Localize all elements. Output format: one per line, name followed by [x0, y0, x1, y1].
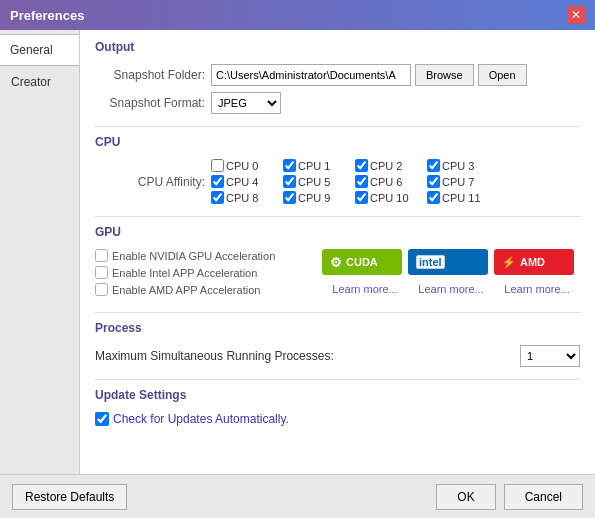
ok-button[interactable]: OK: [436, 484, 495, 510]
preferences-window: Preferences ✕ General Creator Output Sna…: [0, 0, 595, 518]
gpu-brand-buttons: ⚙ CUDA intel ⚡ AMD Le: [322, 249, 580, 300]
auto-update-checkbox[interactable]: [95, 412, 109, 426]
cpu7-label: CPU 7: [442, 176, 474, 188]
amd-icon: ⚡: [502, 256, 516, 269]
cpu8-item: CPU 8: [211, 191, 279, 204]
cpu-grid: CPU 0 CPU 1 CPU 2: [211, 159, 495, 204]
cpu-title: CPU: [95, 135, 580, 151]
cpu3-checkbox[interactable]: [427, 159, 440, 172]
cpu0-label: CPU 0: [226, 160, 258, 172]
cpu-row-1: CPU 4 CPU 5 CPU 6: [211, 175, 495, 188]
gpu-title: GPU: [95, 225, 580, 241]
main-content: Output Snapshot Folder: Browse Open Snap…: [80, 30, 595, 474]
amd-row: Enable AMD APP Acceleration: [95, 283, 302, 296]
learn-more-row: Learn more... Learn more... Learn more..…: [322, 283, 580, 295]
window-title: Preferences: [10, 8, 84, 23]
cpu7-item: CPU 7: [427, 175, 495, 188]
cpu6-checkbox[interactable]: [355, 175, 368, 188]
nvidia-row: Enable NVIDIA GPU Acceleration: [95, 249, 302, 262]
cpu-affinity-label: CPU Affinity:: [95, 175, 205, 189]
intel-icon: intel: [416, 255, 445, 269]
cpu0-item: CPU 0: [211, 159, 279, 172]
cpu7-checkbox[interactable]: [427, 175, 440, 188]
snapshot-format-select[interactable]: JPEG PNG BMP: [211, 92, 281, 114]
cpu-row-0: CPU 0 CPU 1 CPU 2: [211, 159, 495, 172]
sidebar-item-general[interactable]: General: [0, 34, 79, 66]
cpu11-checkbox[interactable]: [427, 191, 440, 204]
update-row: Check for Updates Automatically.: [95, 412, 580, 426]
cpu2-label: CPU 2: [370, 160, 402, 172]
amd-gpu-checkbox[interactable]: [95, 283, 108, 296]
nvidia-checkbox[interactable]: [95, 249, 108, 262]
cpu4-label: CPU 4: [226, 176, 258, 188]
cpu6-item: CPU 6: [355, 175, 423, 188]
cpu3-label: CPU 3: [442, 160, 474, 172]
intel-learn-more[interactable]: Learn more...: [408, 283, 494, 295]
title-bar: Preferences ✕: [0, 0, 595, 30]
snapshot-folder-label: Snapshot Folder:: [95, 68, 205, 82]
cpu9-item: CPU 9: [283, 191, 351, 204]
intel-gpu-checkbox[interactable]: [95, 266, 108, 279]
cpu5-label: CPU 5: [298, 176, 330, 188]
cuda-icon: ⚙: [330, 255, 342, 270]
cpu11-item: CPU 11: [427, 191, 495, 204]
cuda-button[interactable]: ⚙ CUDA: [322, 249, 402, 275]
brand-buttons-row: ⚙ CUDA intel ⚡ AMD: [322, 249, 580, 275]
snapshot-format-row: Snapshot Format: JPEG PNG BMP: [95, 92, 580, 114]
intel-button[interactable]: intel: [408, 249, 488, 275]
cpu0-checkbox[interactable]: [211, 159, 224, 172]
sidebar-item-creator[interactable]: Creator: [0, 66, 79, 98]
bottom-bar: Restore Defaults OK Cancel: [0, 474, 595, 518]
gpu-section: GPU Enable NVIDIA GPU Acceleration Enabl…: [95, 225, 580, 300]
output-title: Output: [95, 40, 580, 56]
snapshot-folder-row: Snapshot Folder: Browse Open: [95, 64, 580, 86]
cpu5-item: CPU 5: [283, 175, 351, 188]
process-title: Process: [95, 321, 580, 337]
snapshot-format-label: Snapshot Format:: [95, 96, 205, 110]
cpu6-label: CPU 6: [370, 176, 402, 188]
cpu5-checkbox[interactable]: [283, 175, 296, 188]
cpu10-checkbox[interactable]: [355, 191, 368, 204]
cpu1-label: CPU 1: [298, 160, 330, 172]
gpu-content: Enable NVIDIA GPU Acceleration Enable In…: [95, 249, 580, 300]
cpu8-checkbox[interactable]: [211, 191, 224, 204]
intel-gpu-label: Enable Intel APP Acceleration: [112, 267, 257, 279]
process-select[interactable]: 1 2 3 4: [520, 345, 580, 367]
process-row: Maximum Simultaneous Running Processes: …: [95, 345, 580, 367]
cpu-row-2: CPU 8 CPU 9 CPU 10: [211, 191, 495, 204]
cpu11-label: CPU 11: [442, 192, 481, 204]
cpu3-item: CPU 3: [427, 159, 495, 172]
amd-button[interactable]: ⚡ AMD: [494, 249, 574, 275]
cpu2-item: CPU 2: [355, 159, 423, 172]
auto-update-label: Check for Updates Automatically.: [113, 412, 289, 426]
close-button[interactable]: ✕: [567, 6, 585, 24]
amd-gpu-label: Enable AMD APP Acceleration: [112, 284, 260, 296]
cancel-button[interactable]: Cancel: [504, 484, 583, 510]
open-button[interactable]: Open: [478, 64, 527, 86]
process-section: Process Maximum Simultaneous Running Pro…: [95, 321, 580, 367]
amd-learn-more[interactable]: Learn more...: [494, 283, 580, 295]
cpu1-item: CPU 1: [283, 159, 351, 172]
cpu9-label: CPU 9: [298, 192, 330, 204]
update-title: Update Settings: [95, 388, 580, 404]
cpu2-checkbox[interactable]: [355, 159, 368, 172]
cpu10-item: CPU 10: [355, 191, 423, 204]
cpu9-checkbox[interactable]: [283, 191, 296, 204]
output-section: Output Snapshot Folder: Browse Open Snap…: [95, 40, 580, 114]
nvidia-label: Enable NVIDIA GPU Acceleration: [112, 250, 275, 262]
cpu10-label: CPU 10: [370, 192, 409, 204]
intel-gpu-row: Enable Intel APP Acceleration: [95, 266, 302, 279]
snapshot-folder-input[interactable]: [211, 64, 411, 86]
ok-cancel-buttons: OK Cancel: [436, 484, 583, 510]
gpu-options: Enable NVIDIA GPU Acceleration Enable In…: [95, 249, 302, 300]
cpu4-checkbox[interactable]: [211, 175, 224, 188]
process-label: Maximum Simultaneous Running Processes:: [95, 349, 520, 363]
cuda-learn-more[interactable]: Learn more...: [322, 283, 408, 295]
cpu-affinity-row: CPU Affinity: CPU 0 CPU 1: [95, 159, 580, 204]
cpu1-checkbox[interactable]: [283, 159, 296, 172]
sidebar: General Creator: [0, 30, 80, 474]
browse-button[interactable]: Browse: [415, 64, 474, 86]
content-area: General Creator Output Snapshot Folder: …: [0, 30, 595, 474]
cpu-section: CPU CPU Affinity: CPU 0 CPU 1: [95, 135, 580, 204]
restore-defaults-button[interactable]: Restore Defaults: [12, 484, 127, 510]
